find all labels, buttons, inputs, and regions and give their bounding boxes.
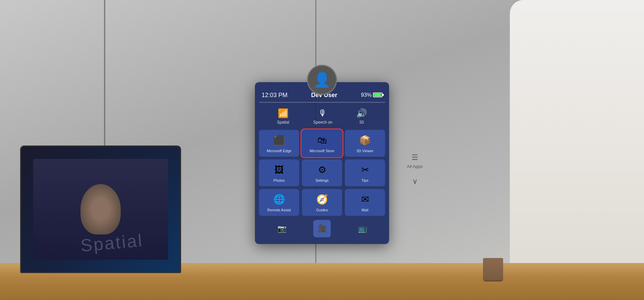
app-label-tips: Tips <box>362 178 368 182</box>
battery-percentage: 93% <box>361 92 372 98</box>
app-tile-store[interactable]: 🛍Microsoft Store <box>302 130 342 157</box>
avatar-icon: 👤 <box>313 72 331 88</box>
chevron-down-icon: ∨ <box>412 177 418 186</box>
app-icon-tips: ✂ <box>361 164 369 175</box>
menu-time: 12:03 PM <box>262 91 287 98</box>
app-tile-remote-assist[interactable]: 🌐Remote Assist <box>259 189 299 216</box>
app-label-remote-assist: Remote Assist <box>267 207 291 212</box>
start-menu-panel: 👤 12:03 PM Dev User 93% 📶 Spatial 🎙 Spee… <box>255 82 389 244</box>
qa-mic-label: Speech on <box>313 120 332 124</box>
app-grid: ⬛Microsoft Edge🛍Microsoft Store📦3D Viewe… <box>255 130 389 216</box>
toolbar-camera-button[interactable]: 📷 <box>273 220 290 237</box>
qa-wifi-label: Spatial <box>277 120 289 124</box>
qa-mic[interactable]: 🎙 Speech on <box>313 108 332 124</box>
toolbar-cast-button[interactable]: 📺 <box>354 220 371 237</box>
app-tile-mail[interactable]: ✉Mail <box>345 189 385 216</box>
volume-icon: 🔊 <box>356 108 367 118</box>
quick-actions-row: 📶 Spatial 🎙 Speech on 🔊 50 <box>255 106 389 130</box>
app-tile-guides[interactable]: 🧭Guides <box>302 189 342 216</box>
avatar: 👤 <box>307 65 337 95</box>
app-label-settings: Settings <box>315 178 329 182</box>
battery-icon <box>373 93 382 97</box>
app-tile-tips[interactable]: ✂Tips <box>345 159 385 186</box>
app-label-mail: Mail <box>362 207 368 212</box>
menu-battery: 93% <box>361 92 382 98</box>
app-tile-edge[interactable]: ⬛Microsoft Edge <box>259 130 299 157</box>
right-fabric <box>510 0 644 300</box>
app-icon-remote-assist: 🌐 <box>273 194 285 205</box>
app-label-store: Microsoft Store <box>310 148 334 153</box>
app-icon-photos: 🖼 <box>274 164 284 175</box>
all-apps-icon: ☰ <box>412 153 418 162</box>
all-apps-button[interactable]: ☰ All Apps ∨ <box>407 153 423 186</box>
app-tile-3d-viewer[interactable]: 📦3D Viewer <box>345 130 385 157</box>
app-icon-settings: ⚙ <box>318 164 326 175</box>
all-apps-label: All Apps <box>407 164 423 169</box>
app-label-guides: Guides <box>316 207 328 212</box>
app-label-photos: Photos <box>273 178 285 182</box>
mic-icon: 🎙 <box>318 108 327 118</box>
desk-cup <box>483 258 503 282</box>
qa-volume[interactable]: 🔊 50 <box>356 108 367 124</box>
app-icon-mail: ✉ <box>361 194 369 205</box>
app-tile-photos[interactable]: 🖼Photos <box>259 159 299 186</box>
app-icon-edge: ⬛ <box>273 134 285 145</box>
app-label-edge: Microsoft Edge <box>267 148 291 153</box>
laptop-person-reflection <box>80 184 121 234</box>
app-tile-settings[interactable]: ⚙Settings <box>302 159 342 186</box>
qa-vol-label: 50 <box>360 120 364 124</box>
qa-wifi[interactable]: 📶 Spatial <box>277 108 289 124</box>
app-label-3d-viewer: 3D Viewer <box>357 148 374 153</box>
bottom-toolbar: 📷 🎥 📺 <box>255 216 389 239</box>
app-icon-3d-viewer: 📦 <box>359 134 371 145</box>
menu-divider <box>259 102 385 102</box>
app-icon-store: 🛍 <box>317 134 327 145</box>
toolbar-video-button[interactable]: 🎥 <box>313 220 331 237</box>
app-icon-guides: 🧭 <box>316 194 328 205</box>
wifi-icon: 📶 <box>278 108 288 118</box>
